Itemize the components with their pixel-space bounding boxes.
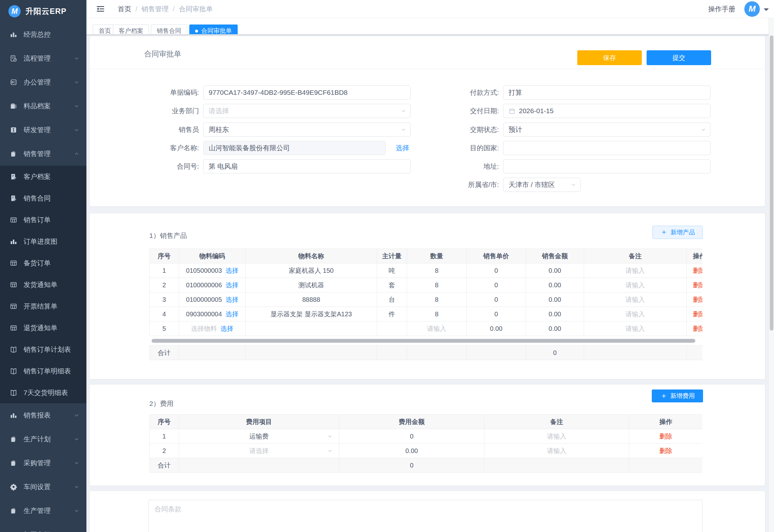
sidebar-item-料品档案[interactable]: 料品档案 [0, 94, 86, 118]
manual-link[interactable]: 操作手册 [708, 5, 735, 14]
sidebar-item-销售订单明细表[interactable]: 销售订单明细表 [0, 360, 86, 382]
sidebar-item-发货通知单[interactable]: 发货通知单 [0, 274, 86, 295]
sidebar-item-备货订单[interactable]: 备货订单 [0, 252, 86, 274]
qty-cell[interactable]: 8 [407, 263, 467, 278]
sidebar-item-经营总控[interactable]: 经营总控 [0, 23, 86, 46]
delete-link[interactable]: 删除 [693, 296, 703, 303]
sidebar-item-生产计划[interactable]: 生产计划 [0, 427, 86, 451]
expense-item-select[interactable]: 请选择 [179, 444, 339, 458]
material-code-cell[interactable]: 0100000005 选择 [179, 292, 246, 307]
contract-terms-textarea[interactable]: 合同条款 [148, 500, 702, 532]
sidebar-item-销售报表[interactable]: 销售报表 [0, 403, 86, 427]
delete-link[interactable]: 删除 [693, 281, 703, 289]
remark-cell[interactable]: 请输入 [584, 321, 687, 336]
remark-cell[interactable]: 请输入 [584, 292, 687, 307]
breadcrumb-item[interactable]: 首页 [118, 5, 131, 14]
sidebar-item-研发管理[interactable]: 研发管理 [0, 118, 86, 142]
form-label: 客户名称: [125, 141, 199, 155]
sidebar-item-销售管理[interactable]: 销售管理 [0, 142, 86, 166]
save-button[interactable]: 保存 [577, 50, 642, 65]
sidebar-item-车间设置[interactable]: 车间设置 [0, 475, 86, 499]
expense-amount-cell[interactable]: 0.00 [339, 444, 484, 458]
avatar[interactable]: M [744, 1, 760, 17]
chevron-down-icon [74, 437, 79, 442]
unit-cell: 吨 [377, 263, 407, 278]
field-交期状态[interactable]: 预计 [503, 123, 710, 137]
sidebar-item-生产管理[interactable]: 生产管理 [0, 499, 86, 523]
remark-cell[interactable]: 请输入 [584, 263, 687, 278]
chevron-down-icon [327, 448, 332, 453]
field-地址[interactable] [503, 159, 710, 173]
products-section-title: 1）销售产品 [149, 231, 187, 240]
field-交付日期[interactable]: 2026-01-15 [503, 104, 710, 118]
column-header: 序号 [150, 249, 179, 263]
user-dropdown-caret-icon[interactable] [764, 8, 769, 14]
page-scrollbar[interactable] [769, 18, 774, 532]
sidebar-item-订单进度图[interactable]: 订单进度图 [0, 231, 86, 252]
remark-cell[interactable]: 请输入 [484, 444, 629, 458]
submit-button[interactable]: 提交 [647, 50, 711, 65]
horizontal-scrollbar-thumb[interactable] [152, 339, 695, 343]
sidebar-item-销售订单[interactable]: 销售订单 [0, 209, 86, 231]
choose-material-link[interactable]: 选择 [225, 310, 238, 318]
product-row: 3 0100000005 选择 88888 台 8 0 0.00 请输入 删除 [150, 292, 703, 307]
delete-link[interactable]: 删除 [660, 447, 672, 454]
sidebar-item-办公管理[interactable]: 办公管理 [0, 70, 86, 94]
products-total: 合计 0 [150, 346, 703, 360]
expense-item-select[interactable]: 运输费 [179, 429, 339, 444]
remark-cell[interactable]: 请输入 [484, 429, 629, 444]
add-expense-button[interactable]: ＋ 新增费用 [652, 389, 703, 402]
qty-cell[interactable]: 8 [407, 278, 467, 292]
expense-amount-cell[interactable]: 0 [339, 429, 484, 444]
field-销售员[interactable]: 周桂东 [203, 123, 411, 137]
qty-cell[interactable]: 8 [407, 292, 467, 307]
choose-material-link[interactable]: 选择 [225, 281, 238, 289]
qty-cell[interactable]: 8 [407, 307, 467, 321]
sidebar-item-流程管理[interactable]: 流程管理 [0, 46, 86, 70]
sidebar-item-销售订单计划表[interactable]: 销售订单计划表 [0, 339, 86, 360]
choose-material-link[interactable]: 选择 [225, 267, 238, 274]
field-合同号[interactable]: 第 电风扇 [203, 159, 411, 173]
qty-cell[interactable]: 请输入 [407, 321, 467, 336]
remark-cell[interactable]: 请输入 [584, 307, 687, 321]
doc-edit-icon [10, 173, 17, 181]
page-scrollbar-thumb[interactable] [770, 35, 773, 330]
product-row: 5 选择物料 选择 请输入 0.00 0.00 请输入 删除 [150, 321, 703, 336]
sidebar-item-加工车间[interactable]: 加工车间 [0, 523, 86, 532]
field-目的国家[interactable] [503, 141, 710, 155]
chevron-down-icon [74, 484, 79, 490]
material-code-cell[interactable]: 0903000004 选择 [179, 307, 246, 321]
sidebar-item-采购管理[interactable]: 采购管理 [0, 451, 86, 475]
sidebar-item-7天交货明细表[interactable]: 7天交货明细表 [0, 382, 86, 403]
material-code-cell[interactable]: 0100000006 选择 [179, 278, 246, 292]
delete-link[interactable]: 删除 [693, 325, 703, 332]
field-付款方式[interactable]: 打算 [503, 85, 710, 100]
field-客户名称[interactable]: 山河智能装备股份有限公司 [203, 141, 386, 155]
choose-material-link[interactable]: 选择 [221, 325, 233, 332]
price-cell[interactable]: 0 [467, 263, 526, 278]
material-code-cell[interactable]: 0105000003 选择 [179, 263, 246, 278]
price-cell[interactable]: 0 [467, 292, 526, 307]
active-tab-dot-icon [195, 30, 198, 33]
price-cell[interactable]: 0 [467, 278, 526, 292]
sidebar-item-客户档案[interactable]: 客户档案 [0, 166, 86, 187]
material-code-cell[interactable]: 选择物料 选择 [179, 321, 246, 336]
delete-link[interactable]: 删除 [660, 433, 672, 440]
field-所属省市[interactable]: 天津市 / 市辖区 [503, 178, 581, 192]
delete-link[interactable]: 删除 [693, 267, 703, 274]
choose-customer-link[interactable]: 选择 [396, 141, 409, 155]
form-label: 单据编码: [125, 85, 199, 100]
sidebar-item-销售合同[interactable]: 销售合同 [0, 187, 86, 209]
collapse-sidebar-icon[interactable] [96, 5, 105, 13]
price-cell[interactable]: 0 [467, 307, 526, 321]
field-业务部门[interactable]: 请选择 [203, 104, 411, 118]
sidebar-item-退货通知单[interactable]: 退货通知单 [0, 317, 86, 339]
field-单据编码[interactable]: 9770CA17-3497-4DB2-995E-B49E9CF61BD8 [203, 85, 411, 100]
horizontal-scrollbar[interactable] [149, 339, 702, 343]
sidebar-item-开票结算单[interactable]: 开票结算单 [0, 295, 86, 317]
choose-material-link[interactable]: 选择 [225, 296, 238, 303]
delete-link[interactable]: 删除 [693, 310, 703, 318]
price-cell[interactable]: 0.00 [467, 321, 526, 336]
remark-cell[interactable]: 请输入 [584, 278, 687, 292]
add-product-button[interactable]: ＋ 新增产品 [652, 226, 703, 239]
